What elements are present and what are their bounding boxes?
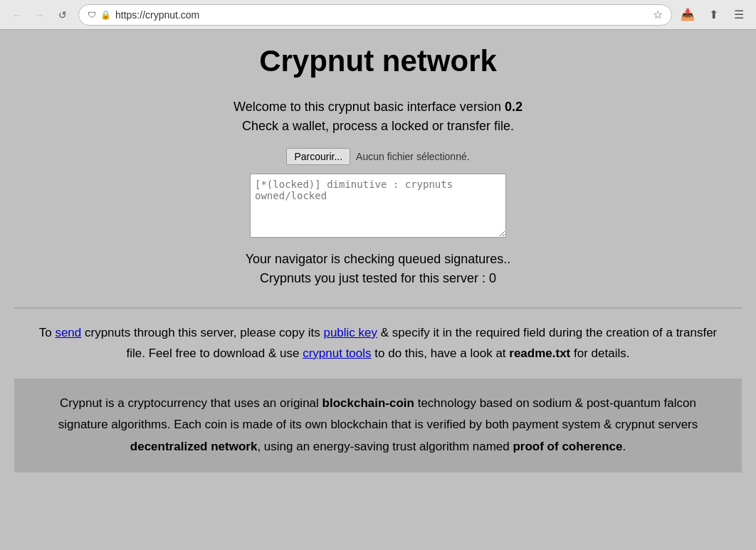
nav-buttons: ← → ↺ [7, 5, 73, 25]
bottom-paragraph: Crypnut is a cryptocurrency that uses an… [36, 393, 720, 458]
send-link[interactable]: send [55, 326, 81, 339]
status-line1: Your navigator is checking queued signat… [14, 252, 742, 267]
send-paragraph: To send crypnuts through this server, pl… [36, 323, 720, 364]
page-content: Crypnut network Welcome to this crypnut … [0, 30, 756, 550]
send-text-before: To [39, 326, 56, 339]
bottom-text-before: Crypnut is a cryptocurrency that uses an… [60, 396, 322, 410]
status-section: Your navigator is checking queued signat… [14, 252, 742, 286]
crypnut-tools-link[interactable]: crypnut tools [303, 347, 371, 360]
share-button[interactable]: ⬆ [703, 5, 723, 25]
address-url: https://crypnut.com [115, 9, 649, 21]
menu-button[interactable]: ☰ [729, 5, 749, 25]
bottom-bold1: blockchain-coin [322, 396, 414, 410]
send-text-middle: crypnuts through this server, please cop… [81, 326, 323, 339]
public-key-link[interactable]: public key [323, 326, 377, 339]
readme-bold: readme.txt [509, 347, 570, 360]
textarea-wrapper [14, 174, 742, 238]
divider [14, 307, 742, 309]
browse-button[interactable]: Parcourir... [286, 148, 350, 165]
bottom-section: Crypnut is a cryptocurrency that uses an… [14, 379, 742, 472]
info-textarea[interactable] [250, 174, 506, 238]
send-section: To send crypnuts through this server, pl… [14, 323, 742, 364]
address-bar[interactable]: 🛡 🔒 https://crypnut.com ☆ [78, 4, 672, 26]
send-text-end: to do this, have a look at [372, 347, 510, 360]
back-button[interactable]: ← [7, 5, 27, 25]
welcome-section: Welcome to this crypnut basic interface … [14, 100, 742, 134]
no-file-label: Aucun fichier sélectionné. [356, 151, 470, 162]
page-title: Crypnut network [14, 44, 742, 78]
star-icon[interactable]: ☆ [653, 8, 663, 21]
bottom-bold3: proof of coherence [513, 440, 622, 453]
welcome-version: 0.2 [505, 100, 523, 114]
forward-button[interactable]: → [30, 5, 50, 25]
bottom-bold2: decentralized network [130, 440, 258, 453]
lock-icon: 🔒 [100, 10, 111, 20]
reload-button[interactable]: ↺ [53, 5, 73, 25]
bottom-text-end: . [622, 440, 626, 453]
bottom-text-middle2: , using an energy-saving trust algorithm… [257, 440, 513, 453]
status-line2: Crypnuts you just tested for this server… [14, 271, 742, 286]
shield-icon: 🛡 [88, 10, 96, 20]
welcome-line1: Welcome to this crypnut basic interface … [14, 100, 742, 115]
pocket-button[interactable]: 📥 [678, 5, 698, 25]
send-text-final: for details. [570, 347, 629, 360]
welcome-line2: Check a wallet, process a locked or tran… [14, 119, 742, 134]
browser-chrome: ← → ↺ 🛡 🔒 https://crypnut.com ☆ 📥 ⬆ ☰ [0, 0, 756, 30]
toolbar-right: 📥 ⬆ ☰ [678, 5, 749, 25]
welcome-prefix: Welcome to this crypnut basic interface … [233, 100, 505, 114]
file-upload-row: Parcourir... Aucun fichier sélectionné. [14, 148, 742, 165]
